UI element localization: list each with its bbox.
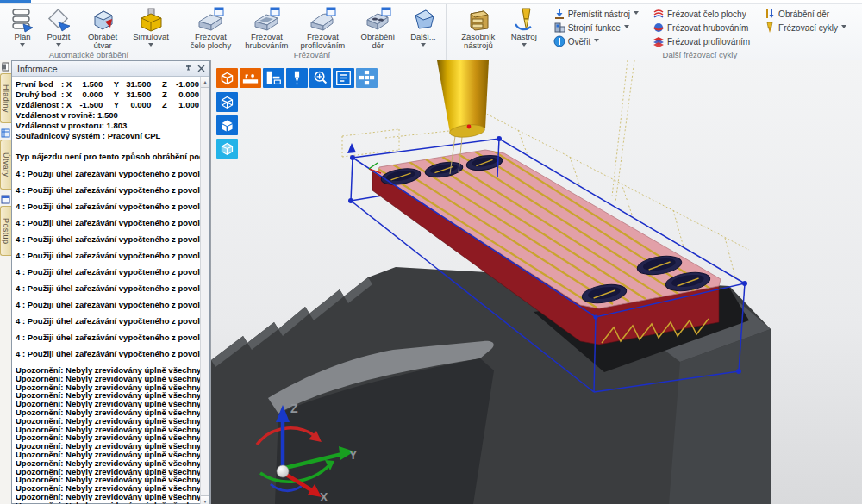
dropdown-arrow-icon xyxy=(634,11,639,17)
button-label: Zásobník nástrojů xyxy=(455,33,502,50)
ribbon-group-label: Frézování xyxy=(178,50,446,59)
ribbon-group-label: Automatické obrábění xyxy=(0,50,178,59)
verify-icon xyxy=(553,35,565,47)
button-label: Další... xyxy=(410,33,436,41)
message-row: 4 : Použiji úhel zařezávání vypočteného … xyxy=(16,251,199,260)
button-label: Frézovat čelo plochy xyxy=(187,33,234,50)
machine-feature-icon xyxy=(89,7,116,33)
message-row: 4 : Použiji úhel zařezávání vypočteného … xyxy=(16,300,199,309)
dock-tab-postup[interactable]: Postup xyxy=(0,206,11,256)
stock-display-button[interactable] xyxy=(240,68,261,88)
n-stroj-button[interactable]: Nástroj xyxy=(507,5,541,51)
pou-t-button[interactable]: Použít xyxy=(41,5,76,51)
sequence-icon xyxy=(1,195,10,204)
z-sobn-k-n-stroj-button[interactable]: Zásobník nástrojů xyxy=(452,5,505,52)
message-row: 4 : Použiji úhel zařezávání vypočteného … xyxy=(16,333,199,342)
button-label: Frézovat profilováním xyxy=(299,33,347,50)
obr-b-n-d-r-button[interactable]: Obrábění děr xyxy=(762,7,848,21)
simulovat-button[interactable]: Simulovat xyxy=(129,5,172,51)
info-scrollbar[interactable]: ▲ ▼ xyxy=(200,77,209,504)
message-row: 4 : Použiji úhel zařezávání vypočteného … xyxy=(16,316,199,326)
warning-block: Upozornění: Nebyly zrevidovány úplně vše… xyxy=(16,366,199,504)
button-label: Obrábění děr xyxy=(778,9,829,19)
button-label: Strojní funkce xyxy=(568,23,621,33)
axis-label-x: X xyxy=(320,490,328,504)
list-view-button[interactable] xyxy=(333,68,354,88)
button-label: Přemístit nástroj xyxy=(568,9,630,19)
fr-zovat-hrubov-n-m-button[interactable]: Frézovat hrubováním xyxy=(651,21,752,34)
dropdown-arrow-icon xyxy=(421,43,426,49)
machine-sim-button[interactable] xyxy=(263,68,284,88)
ribbon-group-automatick-obr-b-n: PlánPoužítObrábět útvarSimulovatAutomati… xyxy=(0,4,178,60)
fr-zovat-elo-plochy-button[interactable]: Frézovat čelo plochy xyxy=(651,7,752,21)
coordinate-row: První bod: X1.500Y31.500Z-1.000 xyxy=(16,79,199,90)
message-row: 4 : Použiji úhel zařezávání vypočteného … xyxy=(16,202,199,211)
info-panel-body: První bod: X1.500Y31.500Z-1.000Druhý bod… xyxy=(12,77,209,504)
message-row: 4 : Použiji úhel zařezávání vypočteného … xyxy=(16,218,199,227)
ribbon-group-label: Další frézovací cykly xyxy=(547,50,853,59)
button-label: Obrábění děr xyxy=(355,33,401,50)
message-row: 4 : Použiji úhel zařezávání vypočteného … xyxy=(16,169,199,178)
coordinate-row: Druhý bod: X0.000Y31.500Z0.000 xyxy=(16,90,199,100)
view-cube-button[interactable] xyxy=(216,68,238,88)
zoom-extents-button[interactable] xyxy=(309,68,331,88)
button-label: Plán xyxy=(14,33,30,41)
solid-cube-button[interactable] xyxy=(216,115,238,135)
tool-magazine-icon xyxy=(465,7,492,33)
message-row: 4 : Použiji úhel zařezávání vypočteného … xyxy=(16,185,199,195)
ov-it-button[interactable]: Ověřit xyxy=(552,34,640,48)
info-row: Vzdálenost v rovině: 1.500 xyxy=(16,110,199,121)
axis-label-y: Y xyxy=(349,448,358,462)
scroll-down-icon[interactable]: ▼ xyxy=(201,495,209,504)
small-rough-mill-icon xyxy=(653,22,665,34)
dock-tab-tvary[interactable]: Útvary xyxy=(0,140,11,190)
fr-zovac-cykly-button[interactable]: Frézovací cykly xyxy=(762,21,848,34)
message-row: 4 : Použiji úhel zařezávání vypočteného … xyxy=(16,267,199,277)
scroll-up-icon[interactable]: ▲ xyxy=(201,77,209,88)
dropdown-arrow-icon xyxy=(56,43,61,49)
obr-b-t-tvar-button[interactable]: Obrábět útvar xyxy=(78,5,128,52)
dropdown-arrow-icon xyxy=(594,39,599,45)
pl-n-button[interactable]: Plán xyxy=(5,5,40,51)
fr-zovat-elo-plochy-button[interactable]: Frézovat čelo plochy xyxy=(184,5,238,52)
viewport-3d[interactable]: Z Y X xyxy=(210,60,862,504)
tool-display-button[interactable] xyxy=(286,68,308,88)
obr-b-n-d-r-button[interactable]: Obrábění děr xyxy=(352,5,404,52)
dal-button[interactable]: Další... xyxy=(406,5,440,51)
info-row: Vzdálenost v prostoru: 1.803 xyxy=(16,121,199,131)
button-label: Nástroj xyxy=(511,33,537,41)
fr-zovat-profilov-n-m-button[interactable]: Frézovat profilováním xyxy=(651,34,752,48)
button-label: Frézovací cykly xyxy=(778,23,838,33)
p-em-stit-n-stroj-button[interactable]: Přemístit nástroj xyxy=(552,7,640,21)
ribbon-filler xyxy=(853,4,862,60)
translucent-cube-button[interactable] xyxy=(216,139,238,159)
mill-cycles-icon xyxy=(764,22,776,34)
dock-tab-hladiny[interactable]: Hladiny xyxy=(0,73,11,123)
tool-tip-marker xyxy=(467,125,472,129)
fr-zovat-hrubov-n-m-button[interactable]: Frézovat hrubováním xyxy=(240,5,294,52)
button-label: Použít xyxy=(47,33,71,41)
wire-cube-button[interactable] xyxy=(216,92,238,112)
fr-zovat-profilov-n-m-button[interactable]: Frézovat profilováním xyxy=(296,5,350,52)
simulate-icon xyxy=(137,7,165,33)
button-label: Ověřit xyxy=(568,37,591,47)
small-profile-mill-icon xyxy=(653,35,665,47)
small-hole-icon xyxy=(764,8,776,20)
dock-tab-label: Postup xyxy=(2,218,10,244)
more-icon xyxy=(409,7,437,33)
button-label: Frézovat čelo plochy xyxy=(667,9,746,19)
button-label: Simulovat xyxy=(133,33,169,41)
machine-function-icon xyxy=(553,22,565,34)
close-icon[interactable] xyxy=(196,63,207,74)
ribbon-group-fr-zov-n: Frézovat čelo plochyFrézovat hrubovánímF… xyxy=(178,4,447,60)
layout-grid-button[interactable] xyxy=(356,68,378,88)
dock-tab-label: Hladiny xyxy=(2,84,10,113)
message-row: 4 : Použiji úhel zařezávání vypočteného … xyxy=(16,349,199,358)
pin-icon[interactable] xyxy=(183,63,194,74)
rough-mill-icon xyxy=(253,7,280,33)
axis-label-z: Z xyxy=(290,401,298,415)
info-row: Souřadnicový systém : Pracovní CPL xyxy=(16,131,199,141)
active-ribbon-tab[interactable] xyxy=(0,0,31,3)
strojn-funkce-button[interactable]: Strojní funkce xyxy=(552,21,640,34)
dock-tab-label: Útvary xyxy=(2,152,10,177)
